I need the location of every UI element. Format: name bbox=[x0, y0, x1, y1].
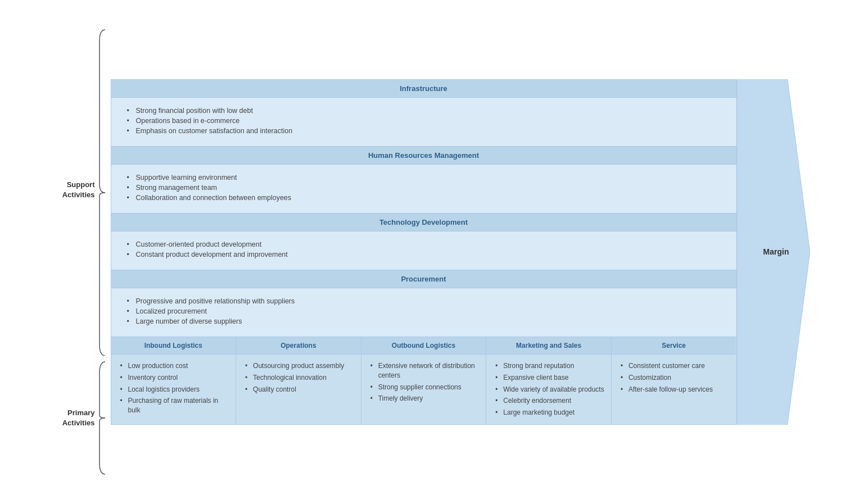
technology-list: • Customer-oriented product development … bbox=[127, 239, 727, 260]
list-item: • Progressive and positive relationship … bbox=[127, 296, 727, 306]
hr-section: Human Resources Management • Supportive … bbox=[111, 147, 736, 214]
list-item: • Customer-oriented product development bbox=[127, 239, 727, 249]
list-item: •Strong supplier connections bbox=[370, 382, 483, 393]
infrastructure-content: • Strong financial position with low deb… bbox=[111, 98, 736, 146]
technology-content: • Customer-oriented product development … bbox=[111, 231, 736, 270]
margin-arrow: Margin bbox=[737, 79, 810, 425]
list-item: • Emphasis on customer satisfaction and … bbox=[127, 126, 727, 136]
list-item: •Low production cost bbox=[120, 360, 233, 372]
procurement-section: Procurement • Progressive and positive r… bbox=[111, 270, 736, 337]
procurement-header: Procurement bbox=[111, 270, 736, 288]
marketing-sales-col: Marketing and Sales •Strong brand reputa… bbox=[486, 337, 612, 424]
infrastructure-list: • Strong financial position with low deb… bbox=[127, 106, 727, 136]
infrastructure-header: Infrastructure bbox=[111, 80, 736, 98]
list-item: •Technological innovation bbox=[245, 372, 358, 384]
list-item: •Large marketing budget bbox=[495, 407, 608, 419]
list-item: •Wide variety of available products bbox=[495, 384, 608, 396]
hr-list: • Supportive learning environment • Stro… bbox=[127, 172, 727, 203]
list-item: •Expansive client base bbox=[495, 372, 608, 384]
list-item: •Local logistics providers bbox=[120, 384, 233, 396]
support-activities-label: SupportActivities bbox=[62, 180, 95, 199]
list-item: • Strong management team bbox=[127, 183, 727, 193]
infrastructure-section: Infrastructure • Strong financial positi… bbox=[111, 80, 736, 147]
operations-col: Operations •Outsourcing product assembly… bbox=[236, 337, 361, 424]
list-item: •Extensive network of distribution cente… bbox=[370, 360, 483, 382]
primary-bracket-icon bbox=[97, 356, 107, 480]
list-item: •Celebrity endorsement bbox=[495, 395, 608, 407]
list-item: •Customization bbox=[621, 372, 733, 384]
marketing-sales-header: Marketing and Sales bbox=[486, 337, 611, 355]
list-item: • Large number of diverse suppliers bbox=[127, 316, 727, 326]
primary-activities-label: PrimaryActivities bbox=[62, 408, 95, 427]
list-item: • Operations based in e-commerce bbox=[127, 116, 727, 126]
list-item: • Collaboration and connection between e… bbox=[127, 193, 727, 203]
list-item: •Strong brand reputation bbox=[495, 360, 608, 372]
technology-section: Technology Development • Customer-orient… bbox=[111, 214, 736, 270]
outbound-logistics-header: Outbound Logistics bbox=[361, 337, 486, 355]
hr-header: Human Resources Management bbox=[111, 147, 736, 165]
main-diagram: Infrastructure • Strong financial positi… bbox=[111, 79, 737, 425]
procurement-content: • Progressive and positive relationship … bbox=[111, 288, 736, 337]
list-item: •Outsourcing product assembly bbox=[245, 360, 358, 372]
list-item: • Strong financial position with low deb… bbox=[127, 106, 727, 116]
support-bracket-icon bbox=[97, 24, 107, 356]
list-item: •Quality control bbox=[245, 384, 358, 396]
technology-header: Technology Development bbox=[111, 214, 736, 231]
list-item: • Supportive learning environment bbox=[127, 172, 727, 183]
primary-section: Inbound Logistics •Low production cost •… bbox=[111, 337, 736, 424]
list-item: •Inventory control bbox=[120, 372, 233, 384]
outbound-logistics-col: Outbound Logistics •Extensive network of… bbox=[361, 337, 487, 424]
list-item: •Consistent customer care bbox=[621, 360, 733, 372]
service-col: Service •Consistent customer care •Custo… bbox=[612, 337, 736, 424]
list-item: •Timely delivery bbox=[370, 393, 483, 405]
hr-content: • Supportive learning environment • Stro… bbox=[111, 165, 736, 213]
operations-header: Operations bbox=[236, 337, 361, 355]
inbound-logistics-header: Inbound Logistics bbox=[111, 337, 236, 355]
list-item: •Purchasing of raw materials in bulk bbox=[120, 395, 233, 416]
list-item: • Localized procurement bbox=[127, 306, 727, 316]
service-header: Service bbox=[612, 337, 736, 355]
procurement-list: • Progressive and positive relationship … bbox=[127, 296, 727, 326]
inbound-logistics-col: Inbound Logistics •Low production cost •… bbox=[111, 337, 237, 424]
list-item: • Constant product development and impro… bbox=[127, 249, 727, 260]
margin-label: Margin bbox=[763, 247, 789, 256]
list-item: •After-sale follow-up services bbox=[621, 384, 733, 396]
